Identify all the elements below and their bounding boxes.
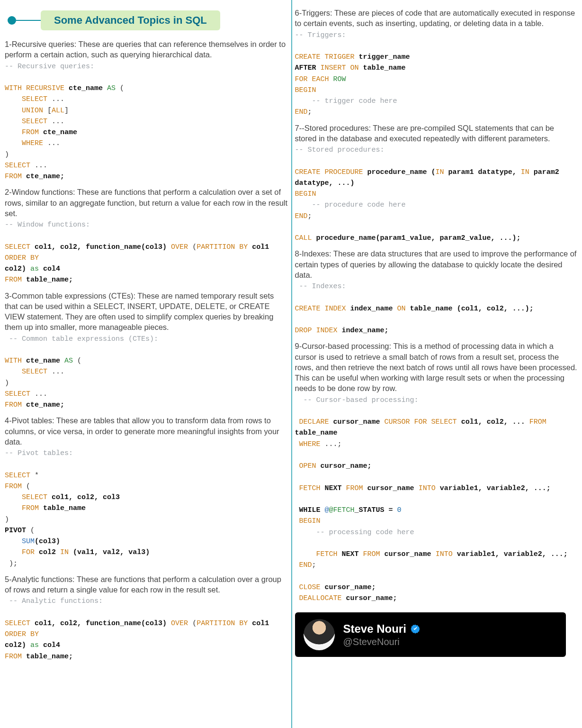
code-kw: END bbox=[295, 108, 308, 116]
code-id: WHILE bbox=[299, 506, 321, 514]
section-4-code: -- Pivot tables: SELECT * FROM ( SELECT … bbox=[5, 448, 288, 569]
code-id: col1, col2, ... bbox=[461, 418, 525, 426]
code-comment: -- Indexes: bbox=[295, 282, 346, 291]
code-id: cursor_name; bbox=[321, 462, 372, 470]
code-kw: ORDER BY bbox=[5, 630, 39, 638]
author-handle: @SteveNouri bbox=[343, 637, 421, 647]
code-id: index_name; bbox=[342, 327, 389, 335]
code-fn: @ bbox=[325, 506, 329, 514]
code-kw: CREATE INDEX bbox=[295, 305, 346, 313]
code-id: procedure_name(param1_value, param2_valu… bbox=[316, 234, 521, 242]
code-id: col2) bbox=[5, 641, 26, 649]
code-fn: SUM bbox=[22, 537, 35, 546]
code-pn: ... bbox=[35, 162, 47, 170]
code-id: index_name bbox=[350, 305, 393, 313]
code-id: cte_name bbox=[69, 84, 103, 92]
code-kw: ALL bbox=[52, 107, 64, 115]
right-column: 6-Triggers: These are pieces of code tha… bbox=[291, 0, 582, 728]
code-pn: ; bbox=[308, 108, 312, 116]
code-num: 0 bbox=[397, 506, 402, 514]
code-id: (val1, val2, val3) bbox=[73, 548, 150, 556]
section-1-desc: 1-Recursive queries: These are queries t… bbox=[5, 39, 288, 60]
code-id: cte_name bbox=[26, 357, 60, 365]
code-kw: END bbox=[299, 561, 312, 569]
code-kw: @FETCH bbox=[329, 506, 355, 514]
code-kw: IN bbox=[521, 168, 529, 176]
page-root: Some Advanced Topics in SQL 1-Recursive … bbox=[0, 0, 582, 728]
section-5-code: -- Analytic functions: SELECT col1, col2… bbox=[5, 596, 288, 662]
code-pn: ( bbox=[30, 527, 35, 535]
code-kw: CREATE TRIGGER bbox=[295, 53, 355, 61]
code-kw: FROM bbox=[5, 276, 22, 284]
code-kw: FETCH bbox=[316, 550, 338, 558]
code-pn: ... bbox=[52, 95, 64, 103]
author-name-row: Steve Nouri bbox=[343, 622, 421, 636]
code-pn: ( bbox=[192, 619, 197, 628]
code-kw: DEALLOCATE bbox=[299, 594, 342, 602]
code-pn: ) bbox=[5, 516, 9, 524]
code-id: AFTER bbox=[295, 64, 316, 72]
code-id: param1 datatype, bbox=[448, 168, 517, 176]
author-name: Steve Nouri bbox=[343, 622, 406, 636]
section-7-desc: 7--Stored procedures: These are pre-comp… bbox=[295, 123, 578, 144]
code-pn: ... bbox=[52, 118, 64, 126]
code-id: col2 bbox=[39, 548, 56, 556]
code-id: trigger_name bbox=[359, 53, 410, 61]
code-kw: EACH bbox=[312, 75, 329, 83]
code-id: cte_name; bbox=[26, 173, 64, 181]
code-id: table_name bbox=[43, 504, 86, 512]
code-id: col1 bbox=[252, 243, 269, 251]
code-kw: OVER bbox=[171, 243, 188, 251]
code-kw: ON bbox=[397, 305, 406, 313]
code-comment: -- Recursive queries: bbox=[5, 63, 94, 71]
title-dot-icon bbox=[8, 16, 16, 25]
code-comment: -- processing code here bbox=[299, 528, 414, 537]
author-text: Steve Nouri @SteveNouri bbox=[343, 622, 421, 647]
code-kw: INTO bbox=[436, 550, 453, 558]
code-pn: ( bbox=[77, 357, 81, 365]
code-pn: [ bbox=[47, 107, 52, 115]
code-comment: -- Cursor-based processing: bbox=[295, 396, 419, 404]
code-pn: ... bbox=[35, 390, 47, 398]
left-column: Some Advanced Topics in SQL 1-Recursive … bbox=[0, 0, 291, 728]
code-id: variable1, variable2, ...; bbox=[457, 550, 568, 558]
section-6-code: -- Triggers: CREATE TRIGGER trigger_name… bbox=[295, 30, 578, 118]
section-9-code: -- Cursor-based processing: DECLARE curs… bbox=[295, 395, 578, 604]
code-id: procedure_name ( bbox=[367, 168, 436, 176]
code-kw: END bbox=[295, 212, 308, 220]
code-kw: FROM bbox=[346, 484, 363, 492]
code-comment: -- procedure code here bbox=[295, 201, 406, 209]
code-kw: as bbox=[30, 641, 39, 649]
code-comment: -- Analytic functions: bbox=[5, 597, 103, 605]
code-id: NEXT bbox=[325, 484, 342, 492]
code-pn: ) bbox=[5, 379, 9, 387]
code-pn: ...; bbox=[325, 440, 342, 448]
code-comment: -- Common table expressions (CTEs): bbox=[5, 335, 158, 343]
code-id: col1, col2, function_name(col3) bbox=[35, 243, 167, 251]
section-8-code: -- Indexes: CREATE INDEX index_name ON t… bbox=[295, 281, 578, 336]
code-id: cursor_name bbox=[385, 550, 431, 558]
section-6-desc: 6-Triggers: These are pieces of code tha… bbox=[295, 8, 578, 29]
code-kw: ORDER BY bbox=[5, 254, 39, 262]
code-pn: ] bbox=[64, 107, 69, 115]
section-2-code: -- Window functions: SELECT col1, col2, … bbox=[5, 219, 288, 286]
code-kw: AS bbox=[64, 357, 73, 365]
code-id: (col3) bbox=[35, 537, 60, 546]
avatar bbox=[304, 619, 335, 650]
code-kw: OPEN bbox=[299, 462, 316, 470]
code-pn: ); bbox=[5, 560, 18, 568]
code-id: cursor_name; bbox=[346, 594, 397, 602]
title-row: Some Advanced Topics in SQL bbox=[8, 10, 288, 30]
code-kw: SELECT bbox=[22, 95, 47, 103]
code-kw: FOR bbox=[22, 548, 35, 556]
code-kw: BEGIN bbox=[295, 86, 316, 94]
code-kw: OVER bbox=[171, 619, 188, 628]
code-kw: BEGIN bbox=[295, 190, 316, 198]
code-pn: ( bbox=[120, 84, 124, 92]
code-pn: ( bbox=[192, 243, 197, 251]
code-id: NEXT bbox=[342, 550, 359, 558]
code-kw: AS bbox=[107, 84, 116, 92]
section-3-desc: 3-Common table expressions (CTEs): These… bbox=[5, 291, 288, 333]
code-comment: -- trigger code here bbox=[295, 97, 397, 105]
code-kw: SELECT bbox=[22, 118, 47, 126]
